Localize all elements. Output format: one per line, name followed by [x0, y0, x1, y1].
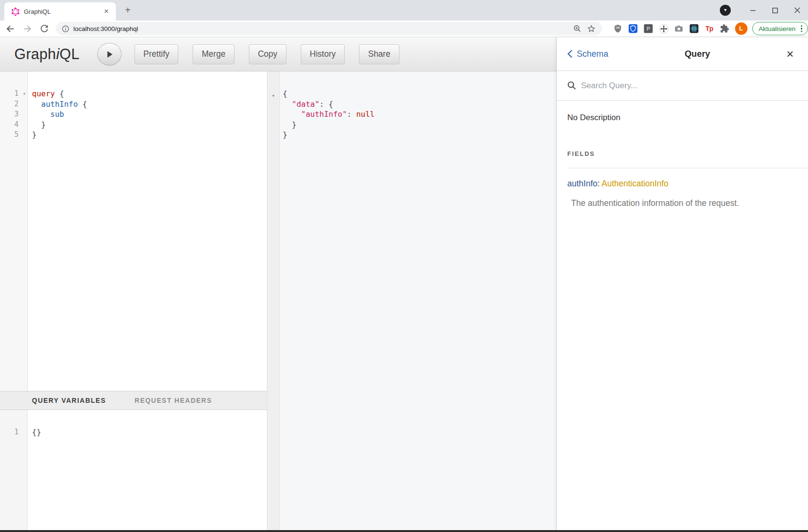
browser-window: GraphiQL × + ▾: [0, 0, 808, 532]
zoom-icon[interactable]: [572, 23, 583, 34]
doc-field-description: The authentication information of the re…: [571, 198, 798, 208]
maximize-button[interactable]: [764, 0, 786, 20]
move-arrows-extension-icon[interactable]: [658, 23, 670, 35]
forward-icon[interactable]: [21, 22, 34, 35]
merge-button[interactable]: Merge: [193, 44, 235, 64]
variables-editor[interactable]: 1 {}: [0, 410, 267, 530]
window-bottom-edge: [0, 530, 808, 532]
camera-extension-icon[interactable]: [673, 23, 685, 35]
query-editor-code[interactable]: query { authInfo { sub }}: [28, 72, 267, 140]
tab-request-headers[interactable]: REQUEST HEADERS: [134, 397, 212, 404]
browser-tab[interactable]: GraphiQL ×: [4, 2, 116, 20]
p-extension-icon[interactable]: P: [643, 23, 655, 35]
variables-editor-code[interactable]: {}: [28, 410, 267, 438]
play-icon: [104, 49, 114, 60]
doc-back-label: Schema: [577, 49, 608, 59]
doc-fields-heading: FIELDS: [567, 150, 798, 157]
window-controls: ▾: [720, 0, 808, 20]
menu-kebab-icon[interactable]: [800, 24, 803, 33]
doc-explorer-header: Schema Query ×: [557, 37, 808, 71]
svg-text:P: P: [646, 26, 650, 31]
variables-editor-gutter: 1: [0, 410, 28, 530]
profile-avatar[interactable]: L: [735, 22, 747, 35]
minimize-button[interactable]: [742, 0, 764, 20]
history-button[interactable]: History: [301, 44, 345, 64]
chrome-update-button[interactable]: Aktualisieren: [752, 22, 808, 35]
result-json: { "data": { "authInfo": null }}: [283, 72, 556, 140]
doc-back-link[interactable]: Schema: [567, 49, 608, 59]
browser-addressbar: localhost:3000/graphql UO P: [0, 20, 808, 37]
chevron-down-circle-icon[interactable]: ▾: [720, 5, 731, 16]
extensions-puzzle-icon[interactable]: [719, 23, 731, 35]
tab-query-variables[interactable]: QUERY VARIABLES: [32, 397, 106, 404]
variables-section: QUERY VARIABLES REQUEST HEADERS 1 {}: [0, 391, 267, 530]
tampermonkey-tp-extension-icon[interactable]: Tp: [704, 23, 716, 35]
query-editor[interactable]: 1▾2345 query { authInfo { sub }}: [0, 72, 267, 391]
query-editor-pane[interactable]: 1▾2345 query { authInfo { sub }} QUERY V…: [0, 72, 267, 530]
search-icon: [567, 81, 576, 90]
doc-search-row: [557, 71, 808, 101]
doc-title: Query: [608, 49, 787, 59]
doc-explorer-panel: Schema Query × No Description FIELDS aut…: [556, 37, 808, 530]
tab-close-icon[interactable]: ×: [102, 7, 111, 16]
prettify-button[interactable]: Prettify: [134, 44, 178, 64]
graphiql-logo: GraphiQL: [14, 46, 80, 63]
query-editor-gutter: 1▾2345: [0, 72, 28, 391]
field-name-link[interactable]: authInfo: [567, 179, 597, 188]
bookmark-star-icon[interactable]: [586, 23, 597, 34]
variables-tabbar: QUERY VARIABLES REQUEST HEADERS: [0, 391, 267, 410]
update-label: Aktualisieren: [759, 25, 796, 32]
url-text[interactable]: localhost:3000/graphql: [73, 25, 569, 32]
result-fold-gutter: ▾: [267, 72, 280, 530]
doc-divider: [567, 168, 808, 168]
fold-arrow-icon[interactable]: ▾: [272, 93, 275, 98]
execute-query-button[interactable]: [97, 43, 122, 65]
result-pane: ▾ { "data": { "authInfo": null }}: [267, 72, 556, 530]
doc-search-input[interactable]: [581, 81, 808, 91]
chevron-left-icon: [567, 50, 573, 58]
browser-titlebar: GraphiQL × + ▾: [0, 0, 808, 20]
doc-close-icon[interactable]: ×: [787, 49, 794, 59]
share-button[interactable]: Share: [359, 44, 399, 64]
bitwarden-extension-icon[interactable]: [627, 23, 639, 35]
extensions-row: UO P Tp L Akt: [609, 22, 808, 35]
doc-no-description: No Description: [567, 113, 798, 123]
url-omnibox[interactable]: localhost:3000/graphql: [56, 22, 602, 35]
reload-icon[interactable]: [38, 22, 51, 35]
field-colon: :: [597, 179, 602, 188]
window-close-button[interactable]: [786, 0, 808, 20]
copy-button[interactable]: Copy: [249, 44, 286, 64]
graphql-favicon-icon: [11, 8, 20, 16]
ublock-extension-icon[interactable]: UO: [612, 23, 624, 35]
field-type-link[interactable]: AuthenticationInfo: [602, 179, 668, 188]
react-devtools-extension-icon[interactable]: [688, 23, 700, 35]
new-tab-button[interactable]: +: [122, 4, 134, 17]
site-info-icon[interactable]: [61, 25, 70, 33]
doc-field-row: authInfo: AuthenticationInfo: [567, 179, 798, 189]
back-icon[interactable]: [4, 22, 17, 35]
svg-text:UO: UO: [616, 26, 620, 29]
tab-title: GraphiQL: [24, 8, 102, 15]
